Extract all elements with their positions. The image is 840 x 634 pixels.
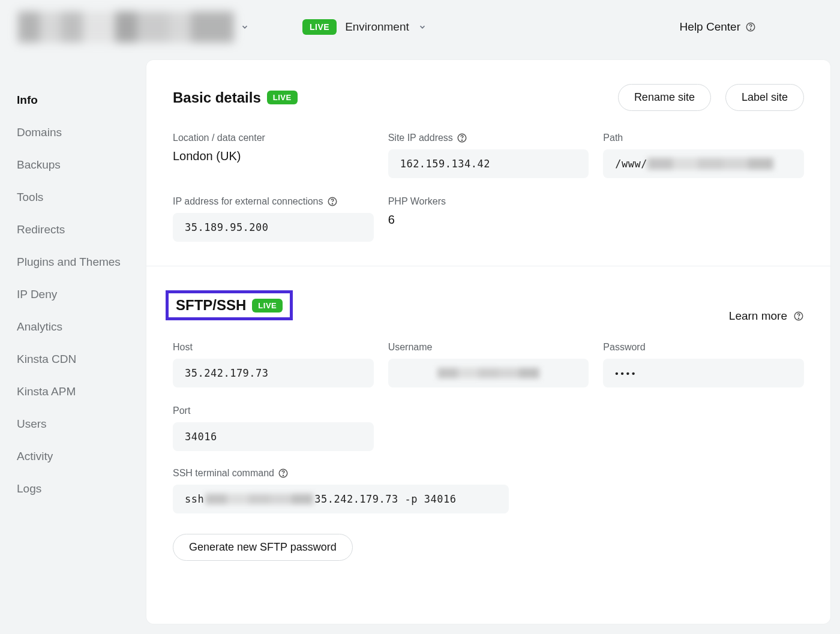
label-site-button[interactable]: Label site	[725, 84, 804, 111]
host-label: Host	[173, 342, 374, 353]
live-badge: LIVE	[267, 91, 298, 104]
help-center-label: Help Center	[680, 20, 740, 34]
sidebar-item-kinsta-apm[interactable]: Kinsta APM	[17, 375, 146, 408]
port-value[interactable]: 34016	[173, 422, 374, 451]
sidebar-item-domains[interactable]: Domains	[17, 116, 146, 149]
location-value: London (UK)	[173, 149, 374, 163]
password-value[interactable]: ••••	[603, 359, 804, 387]
sftp-ssh-highlight: SFTP/SSH LIVE	[166, 290, 293, 320]
sidebar-item-ip-deny[interactable]: IP Deny	[17, 278, 146, 311]
site-title-redacted	[18, 11, 234, 43]
sidebar-item-info[interactable]: Info	[17, 84, 146, 116]
external-ip-value[interactable]: 35.189.95.200	[173, 213, 374, 242]
port-label: Port	[173, 405, 374, 416]
path-value[interactable]: /www/	[603, 149, 804, 178]
chevron-down-icon	[240, 22, 250, 32]
sidebar: Info Domains Backups Tools Redirects Plu…	[0, 54, 146, 624]
site-ip-field: Site IP address 162.159.134.42	[388, 133, 589, 178]
help-circle-icon	[793, 311, 804, 321]
php-workers-value: 6	[388, 213, 589, 227]
site-switcher[interactable]	[18, 11, 288, 43]
password-label: Password	[603, 342, 804, 353]
header-bar: LIVE Environment Help Center	[0, 0, 840, 54]
ssh-command-label: SSH terminal command	[173, 468, 804, 479]
path-label: Path	[603, 133, 804, 143]
sftp-ssh-title: SFTP/SSH	[176, 297, 246, 314]
location-label: Location / data center	[173, 133, 374, 143]
learn-more-label: Learn more	[729, 310, 787, 323]
sftp-ssh-panel: SFTP/SSH LIVE Learn more Host 35.242.179…	[146, 266, 830, 585]
sidebar-item-backups[interactable]: Backups	[17, 149, 146, 181]
help-center-link[interactable]: Help Center	[680, 20, 822, 34]
sidebar-item-kinsta-cdn[interactable]: Kinsta CDN	[17, 343, 146, 375]
environment-label: Environment	[345, 20, 409, 34]
svg-point-5	[332, 203, 332, 204]
sidebar-item-redirects[interactable]: Redirects	[17, 214, 146, 246]
location-field: Location / data center London (UK)	[173, 133, 374, 178]
external-ip-field: IP address for external connections 35.1…	[173, 196, 374, 242]
sidebar-item-activity[interactable]: Activity	[17, 440, 146, 473]
ssh-command-value[interactable]: ssh 35.242.179.73 -p 34016	[173, 485, 509, 513]
learn-more-link[interactable]: Learn more	[729, 310, 804, 323]
php-workers-field: PHP Workers 6	[388, 196, 589, 242]
rename-site-button[interactable]: Rename site	[618, 84, 711, 111]
external-ip-label: IP address for external connections	[173, 196, 374, 207]
sidebar-item-logs[interactable]: Logs	[17, 473, 146, 505]
basic-details-panel: Basic details LIVE Rename site Label sit…	[146, 60, 830, 266]
svg-point-7	[798, 318, 799, 318]
help-circle-icon	[745, 22, 756, 32]
port-field: Port 34016	[173, 405, 374, 451]
username-value[interactable]	[388, 359, 589, 387]
help-circle-icon[interactable]	[278, 468, 289, 479]
password-field: Password ••••	[603, 342, 804, 387]
help-circle-icon[interactable]	[457, 133, 467, 143]
main-content: Basic details LIVE Rename site Label sit…	[146, 60, 830, 624]
sidebar-item-tools[interactable]: Tools	[17, 181, 146, 214]
username-field: Username	[388, 342, 589, 387]
generate-sftp-password-button[interactable]: Generate new SFTP password	[173, 534, 353, 561]
help-circle-icon[interactable]	[327, 196, 338, 207]
path-field: Path /www/	[603, 133, 804, 178]
live-badge: LIVE	[252, 299, 283, 313]
username-label: Username	[388, 342, 589, 353]
site-ip-label: Site IP address	[388, 133, 589, 143]
host-field: Host 35.242.179.73	[173, 342, 374, 387]
environment-switcher[interactable]: LIVE Environment	[302, 19, 427, 35]
sidebar-item-plugins-themes[interactable]: Plugins and Themes	[17, 246, 146, 278]
svg-point-1	[750, 29, 751, 29]
host-value[interactable]: 35.242.179.73	[173, 359, 374, 387]
sidebar-item-users[interactable]: Users	[17, 408, 146, 440]
live-badge: LIVE	[302, 19, 337, 35]
site-ip-value[interactable]: 162.159.134.42	[388, 149, 589, 178]
basic-details-title: Basic details	[173, 89, 261, 106]
svg-point-3	[461, 140, 462, 140]
ssh-command-field: SSH terminal command ssh 35.242.179.73 -…	[173, 468, 804, 513]
php-workers-label: PHP Workers	[388, 196, 589, 207]
svg-point-9	[283, 475, 283, 476]
chevron-down-icon	[418, 22, 427, 32]
sidebar-item-analytics[interactable]: Analytics	[17, 311, 146, 343]
